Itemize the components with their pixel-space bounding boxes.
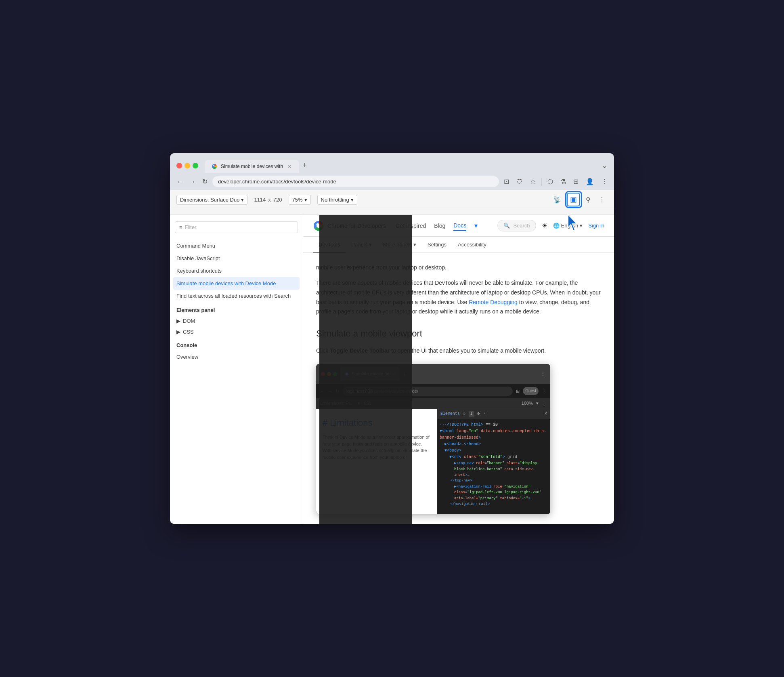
header-right: 🔍 Search ☀ 🌐 English ▾ Sign in	[497, 220, 604, 231]
close-button[interactable]	[176, 163, 182, 168]
inner-more-options-icon: ⋮	[542, 400, 546, 407]
layout-icon[interactable]: ⊞	[572, 176, 580, 187]
x-label: x	[268, 197, 271, 203]
back-button[interactable]: ←	[175, 177, 184, 187]
sensors-icon[interactable]: 📡	[551, 194, 564, 205]
subnav-settings[interactable]: Settings	[422, 237, 452, 252]
filter-icon: ≡	[179, 224, 182, 230]
main-content: ≡ Filter Command Menu Disable JavaScript…	[170, 215, 614, 524]
minimize-button[interactable]	[184, 163, 190, 168]
chevron-down-icon: ▾	[241, 197, 244, 203]
tab-close-icon[interactable]: ×	[286, 163, 293, 170]
sidebar-item-device-mode[interactable]: Simulate mobile devices with Device Mode	[173, 277, 300, 290]
sidebar-item-search[interactable]: Find text across all loaded resources wi…	[170, 290, 303, 302]
sidebar-item-disable-js[interactable]: Disable JavaScript	[170, 252, 303, 265]
inner-more-icon: ⋮	[483, 411, 487, 417]
console-header: Console	[170, 337, 303, 351]
zoom-selector[interactable]: 75% ▾	[289, 195, 311, 205]
svg-marker-2	[568, 214, 577, 231]
divider	[541, 178, 542, 186]
chevron-down-icon: ▾	[304, 197, 307, 203]
throttle-selector[interactable]: No throttling ▾	[317, 195, 357, 205]
ruler-area	[170, 209, 614, 215]
inner-more-icon: ⋮	[541, 370, 545, 378]
dt-line-3: ▶<head>…</head>	[440, 441, 548, 448]
toggle-device-toolbar-button[interactable]: ▣	[567, 193, 580, 206]
sidebar-item-command-menu[interactable]: Command Menu	[170, 240, 303, 252]
dt-line-1: ···<!DOCTYPE html> == $0	[440, 422, 548, 428]
inspect-icon[interactable]: ⚲	[583, 194, 593, 205]
forward-button[interactable]: →	[188, 177, 197, 187]
cursor-arrow	[565, 212, 581, 234]
sign-in-button[interactable]: Sign in	[588, 223, 604, 229]
dt-line-4: ▼<body>	[440, 448, 548, 454]
dom-label: DOM	[183, 318, 195, 324]
dt-line-9: </navigation-rail>	[440, 501, 548, 507]
inner-badge: 1	[469, 411, 474, 417]
dt-line-6: ▶<top-nav role="banner" class="display-b…	[440, 460, 548, 478]
address-bar: ← → ↻ ⊡ 🛡 ☆ ⬡ ⚗ ⊞ 👤 ⋮	[170, 173, 614, 190]
dt-line-8: ▶<navigation-rail role="navigation" clas…	[440, 484, 548, 501]
sidebar-item-keyboard-shortcuts[interactable]: Keyboard shortcuts	[170, 265, 303, 277]
more-options-icon[interactable]: ⋮	[600, 176, 609, 187]
css-label: CSS	[183, 329, 194, 335]
refresh-button[interactable]: ↻	[201, 176, 209, 187]
inner-close-devtools-icon: ×	[545, 411, 547, 417]
flask-icon[interactable]: ⚗	[559, 176, 568, 187]
dt-line-5: ▼<div class="scaffold"> grid	[440, 454, 548, 460]
traffic-lights	[176, 163, 198, 168]
extension-icon[interactable]: ⬡	[546, 176, 555, 187]
inner-more-icon: ⋮	[542, 388, 546, 395]
cast-icon[interactable]: ⊡	[502, 176, 511, 187]
search-placeholder: Search	[513, 223, 530, 229]
sidebar-item-css[interactable]: ▶ CSS	[170, 326, 303, 337]
chevron-down-icon: ▾	[413, 242, 416, 248]
maximize-button[interactable]	[193, 163, 198, 168]
new-tab-button[interactable]: +	[299, 158, 310, 173]
nav-docs[interactable]: Docs	[453, 221, 466, 231]
dt-line-2: ▼<html lang="en" data-cookies-accepted d…	[440, 428, 548, 441]
nav-blog[interactable]: Blog	[434, 221, 445, 231]
chevron-down-icon: ▾	[536, 400, 539, 407]
theme-icon[interactable]: ☀	[542, 222, 547, 229]
toggle-device-toolbar-container: ▣	[567, 193, 580, 206]
inner-guest-label: Guest	[523, 387, 539, 395]
browser-window: Simulate mobile devices with × + ⌄ ← → ↻…	[170, 153, 614, 524]
window-controls[interactable]: ⌄	[602, 161, 608, 170]
shield-icon[interactable]: 🛡	[515, 177, 524, 187]
inner-more-tabs-icon: »	[463, 411, 465, 417]
active-tab[interactable]: Simulate mobile devices with ×	[205, 160, 299, 173]
device-selector[interactable]: Dimensions: Surface Duo ▾	[176, 195, 247, 205]
globe-icon: 🌐	[553, 223, 560, 229]
search-icon: 🔍	[503, 223, 510, 229]
profile-icon[interactable]: 👤	[584, 176, 595, 187]
filter-label: Filter	[185, 224, 197, 230]
sidebar: ≡ Filter Command Menu Disable JavaScript…	[170, 215, 303, 524]
expand-icon: ▶	[176, 329, 180, 335]
elements-panel-header: Elements panel	[170, 302, 303, 315]
dimensions-display: 1114 x 720	[254, 197, 282, 203]
title-bar: Simulate mobile devices with × + ⌄	[170, 153, 614, 173]
inner-devtools-content: ···<!DOCTYPE html> == $0 ▼<html lang="en…	[437, 419, 550, 509]
subnav-accessibility[interactable]: Accessibility	[452, 237, 492, 252]
height-value: 720	[273, 197, 282, 203]
device-mode-toolbar: Dimensions: Surface Duo ▾ 1114 x 720 75%…	[170, 190, 614, 209]
dt-line-7: </top-nav>	[440, 478, 548, 484]
tab-bar: Simulate mobile devices with × +	[205, 158, 598, 173]
sidebar-item-dom[interactable]: ▶ DOM	[170, 315, 303, 326]
inner-devtools: Elements » 1 ⚙ ⋮ × ···<!DOCTYPE html> ==…	[437, 409, 550, 514]
chrome-favicon	[211, 163, 218, 170]
width-value: 1114	[254, 197, 266, 203]
sidebar-item-overview[interactable]: Overview	[170, 351, 303, 363]
device-mode-icons: 📡 ▣ ⚲ ⋮	[551, 193, 608, 206]
tab-title: Simulate mobile devices with	[221, 164, 283, 169]
zoom-label: 75%	[292, 197, 303, 203]
inner-settings-icon: ⚙	[477, 411, 480, 417]
search-box[interactable]: 🔍 Search	[497, 220, 536, 231]
remote-debugging-link[interactable]: Remote Debugging	[469, 299, 518, 305]
throttle-label: No throttling	[321, 197, 349, 203]
filter-box[interactable]: ≡ Filter	[175, 221, 298, 233]
star-icon[interactable]: ☆	[528, 176, 537, 187]
more-options-icon[interactable]: ⋮	[596, 194, 608, 205]
url-input[interactable]	[212, 176, 499, 187]
